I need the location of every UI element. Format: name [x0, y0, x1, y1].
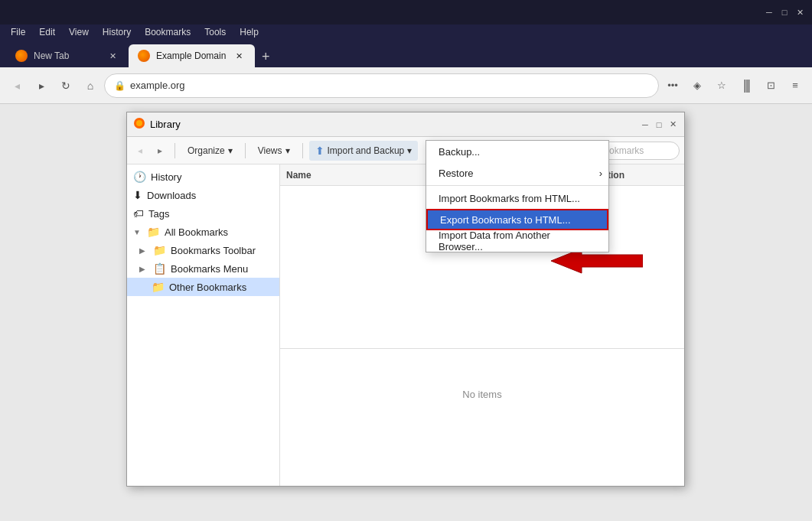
library-window-controls: ─ □ ✕	[640, 119, 678, 130]
library-maximize-button[interactable]: □	[654, 119, 664, 130]
views-label: Views	[258, 145, 282, 156]
import-backup-arrow-icon: ▾	[407, 145, 412, 156]
toolbar-separator-3	[302, 143, 303, 158]
library-titlebar: Library ─ □ ✕	[127, 112, 684, 137]
sidebar-item-tags[interactable]: 🏷 Tags	[127, 204, 279, 223]
secure-icon: 🔒	[114, 80, 126, 91]
menu-separator-1	[426, 185, 608, 186]
sidebar-item-bookmarks-toolbar[interactable]: ▶ 📁 Bookmarks Toolbar	[127, 241, 279, 259]
menu-item-restore[interactable]: Restore	[426, 162, 608, 184]
menu-history[interactable]: History	[96, 24, 137, 40]
sync-button[interactable]: ⊡	[760, 75, 781, 96]
menu-bookmarks[interactable]: Bookmarks	[139, 24, 197, 40]
toolbar-right: ••• ◈ ☆ ||| ⊡ ≡	[662, 75, 806, 96]
tab-new-tab-close[interactable]: ✕	[106, 49, 119, 63]
tab-example-label: Example Domain	[156, 50, 226, 61]
sidebar-item-history[interactable]: 🕐 History	[127, 168, 279, 186]
menu-item-import-browser[interactable]: Import Data from Another Browser...	[426, 230, 608, 252]
views-arrow-icon: ▾	[285, 145, 290, 156]
sidebar-item-all-bookmarks-label: All Bookmarks	[165, 226, 228, 238]
address-bar[interactable]: 🔒 example.org	[104, 73, 659, 98]
library-title-text: Library	[150, 119, 181, 130]
views-button[interactable]: Views ▾	[252, 141, 296, 161]
menu-item-backup[interactable]: Backup...	[426, 141, 608, 162]
library-window: Library ─ □ ✕ ◂ ▸ Organize ▾ Views ▾	[126, 112, 685, 487]
import-backup-label: Import and Backup	[328, 145, 405, 156]
expand-arrow-icon: ▼	[133, 228, 142, 236]
forward-button[interactable]: ▸	[31, 75, 52, 96]
maximize-button[interactable]: □	[778, 6, 791, 18]
library-back-button[interactable]: ◂	[132, 142, 148, 159]
organize-button[interactable]: Organize ▾	[181, 141, 239, 161]
other-bookmarks-icon: 📁	[152, 281, 165, 293]
reload-button[interactable]: ↻	[55, 75, 77, 96]
tab-example-favicon	[138, 50, 150, 62]
hamburger-button[interactable]: ≡	[784, 75, 806, 96]
sidebar-item-downloads-label: Downloads	[147, 190, 196, 201]
import-backup-dropdown: Backup... Restore Import Bookmarks from …	[426, 140, 609, 252]
sidebar-item-bookmarks-toolbar-label: Bookmarks Toolbar	[171, 245, 256, 256]
menu-view[interactable]: View	[63, 24, 95, 40]
expand-arrow-3-icon: ▶	[139, 265, 148, 273]
svg-point-1	[136, 120, 142, 126]
tags-icon: 🏷	[133, 207, 144, 220]
sidebar-item-other-bookmarks-label: Other Bookmarks	[169, 282, 246, 293]
sidebar-item-downloads[interactable]: ⬇ Downloads	[127, 186, 279, 204]
browser-titlebar: ─ □ ✕	[0, 0, 812, 24]
add-tab-button[interactable]: +	[255, 46, 276, 67]
downloads-icon: ⬇	[133, 189, 142, 201]
library-button[interactable]: |||	[735, 75, 757, 96]
toolbar-separator-2	[245, 143, 246, 158]
menu-tools[interactable]: Tools	[198, 24, 232, 40]
tab-new-tab[interactable]: New Tab ✕	[6, 44, 129, 67]
menu-file[interactable]: File	[5, 24, 31, 40]
minimize-button[interactable]: ─	[763, 6, 775, 18]
menu-edit[interactable]: Edit	[33, 24, 61, 40]
tab-new-tab-label: New Tab	[34, 50, 69, 61]
library-close-button[interactable]: ✕	[667, 119, 678, 130]
library-forward-button[interactable]: ▸	[152, 142, 168, 159]
library-firefox-icon	[133, 117, 145, 132]
pocket-button[interactable]: ◈	[686, 75, 708, 96]
history-icon: 🕐	[133, 171, 146, 183]
url-display: example.org	[130, 80, 649, 91]
browser-toolbar: ◂ ▸ ↻ ⌂ 🔒 example.org ••• ◈ ☆ ||| ⊡ ≡	[0, 67, 812, 104]
tab-example-close[interactable]: ✕	[232, 49, 246, 63]
firefox-logo-icon	[15, 50, 28, 62]
library-title-area: Library	[133, 117, 634, 132]
sidebar-item-history-label: History	[151, 171, 181, 183]
bookmark-button[interactable]: ☆	[711, 75, 732, 96]
sidebar-item-tags-label: Tags	[148, 208, 169, 220]
bookmarks-toolbar-icon: 📁	[153, 244, 166, 256]
back-button[interactable]: ◂	[6, 75, 28, 96]
library-minimize-button[interactable]: ─	[640, 119, 651, 130]
tabbar: New Tab ✕ Example Domain ✕ +	[0, 40, 812, 67]
menu-item-import-html[interactable]: Import Bookmarks from HTML...	[426, 187, 608, 209]
menubar: File Edit View History Bookmarks Tools H…	[0, 24, 812, 40]
more-button[interactable]: •••	[662, 75, 683, 96]
no-items-label: No items	[462, 389, 501, 400]
sidebar-item-other-bookmarks[interactable]: 📁 Other Bookmarks	[127, 278, 279, 296]
all-bookmarks-icon: 📁	[147, 226, 160, 238]
menu-item-export-html[interactable]: Export Bookmarks to HTML...	[426, 209, 608, 230]
import-backup-button[interactable]: ⬆ Import and Backup ▾	[309, 141, 419, 161]
library-sidebar: 🕐 History ⬇ Downloads 🏷 Tags ▼ 📁 All Boo…	[127, 164, 280, 486]
expand-arrow-2-icon: ▶	[139, 246, 148, 255]
import-backup-icon: ⬆	[315, 145, 324, 157]
sidebar-item-bookmarks-menu-label: Bookmarks Menu	[171, 263, 248, 275]
bookmarks-menu-icon: 📋	[153, 262, 166, 275]
tab-example-domain[interactable]: Example Domain ✕	[129, 44, 255, 67]
organize-label: Organize	[188, 145, 225, 156]
browser-content: Library ─ □ ✕ ◂ ▸ Organize ▾ Views ▾	[0, 104, 812, 521]
toolbar-separator-1	[174, 143, 175, 158]
sidebar-item-bookmarks-menu[interactable]: ▶ 📋 Bookmarks Menu	[127, 259, 279, 278]
close-button[interactable]: ✕	[794, 6, 806, 18]
organize-arrow-icon: ▾	[228, 145, 233, 156]
no-items-display: No items	[280, 348, 684, 440]
home-button[interactable]: ⌂	[80, 75, 101, 96]
sidebar-item-all-bookmarks[interactable]: ▼ 📁 All Bookmarks	[127, 223, 279, 241]
menu-help[interactable]: Help	[233, 24, 265, 40]
